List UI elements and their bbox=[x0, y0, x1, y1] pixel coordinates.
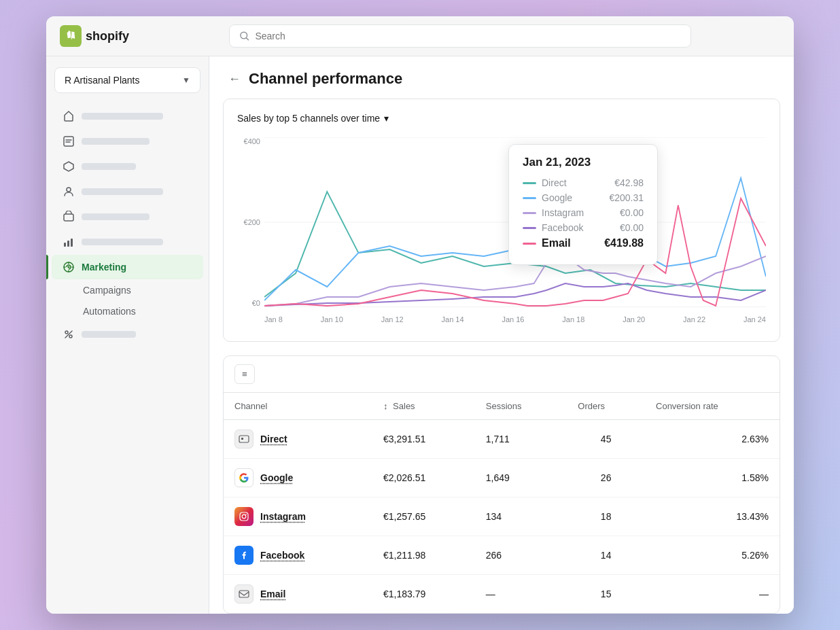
tooltip-line-direct bbox=[523, 182, 536, 184]
channel-cell-facebook: Facebook bbox=[224, 536, 372, 575]
nav-label-skeleton bbox=[82, 138, 150, 145]
tooltip-value-google: €200.31 bbox=[609, 192, 644, 203]
sub-nav: Campaigns Automations bbox=[76, 280, 203, 321]
svg-point-5 bbox=[67, 188, 71, 192]
conversion-facebook: 5.26% bbox=[645, 536, 780, 575]
tooltip-channel-google: Google bbox=[542, 192, 603, 203]
customers-icon bbox=[63, 186, 75, 198]
sessions-instagram: 134 bbox=[475, 497, 567, 536]
tooltip-channel-facebook: Facebook bbox=[542, 222, 614, 233]
svg-rect-6 bbox=[64, 214, 73, 221]
sessions-direct: 1,711 bbox=[475, 420, 567, 459]
svg-point-21 bbox=[246, 514, 247, 515]
sidebar-item-marketing-label: Marketing bbox=[82, 262, 126, 273]
svg-point-12 bbox=[65, 331, 68, 334]
channel-table: Channel ↕ Sales Sessions Orders Conversi… bbox=[224, 393, 780, 613]
sidebar-sub-automations[interactable]: Automations bbox=[76, 301, 203, 321]
tooltip-line-email bbox=[523, 243, 536, 245]
col-channel: Channel bbox=[224, 393, 372, 420]
svg-point-13 bbox=[69, 335, 72, 338]
filter-button[interactable]: ≡ bbox=[234, 364, 255, 384]
svg-rect-19 bbox=[240, 512, 248, 521]
y-label-0: €0 bbox=[252, 299, 260, 307]
table-section: ≡ Channel ↕ Sales Sessions bbox=[223, 355, 780, 614]
table-body: Direct €3,291.51 1,711 45 2.63% bbox=[224, 420, 780, 614]
table-header: Channel ↕ Sales Sessions Orders Conversi… bbox=[224, 393, 780, 420]
tooltip-value-direct: €42.98 bbox=[614, 177, 644, 188]
chart-tooltip: Jan 21, 2023 Direct €42.98 Google €200.3… bbox=[508, 144, 658, 265]
shopify-logo-text: shopify bbox=[86, 29, 129, 43]
instagram-icon bbox=[234, 507, 253, 526]
orders-email: 15 bbox=[567, 575, 645, 614]
shopify-logo: shopify bbox=[60, 25, 129, 47]
discounts-icon bbox=[63, 328, 75, 340]
back-button[interactable]: ← bbox=[228, 72, 241, 86]
x-label-jan10: Jan 10 bbox=[321, 315, 343, 323]
channel-name-instagram[interactable]: Instagram bbox=[260, 511, 306, 522]
content-area: ← Channel performance Sales by top 5 cha… bbox=[209, 56, 794, 614]
nav-label-skeleton bbox=[82, 331, 136, 338]
main-layout: R Artisanal Plants ▼ bbox=[46, 56, 794, 614]
svg-rect-17 bbox=[239, 436, 249, 442]
sidebar-item-orders[interactable] bbox=[52, 129, 203, 154]
x-label-jan16: Jan 16 bbox=[502, 315, 524, 323]
sidebar-item-home[interactable] bbox=[52, 104, 203, 128]
y-label-400: €400 bbox=[244, 137, 260, 145]
store-selector[interactable]: R Artisanal Plants ▼ bbox=[54, 67, 200, 93]
sidebar-item-products[interactable] bbox=[52, 154, 203, 179]
channel-cell-direct: Direct bbox=[224, 420, 372, 459]
sidebar-sub-campaigns[interactable]: Campaigns bbox=[76, 280, 203, 300]
sidebar-item-finances[interactable] bbox=[52, 205, 203, 229]
sidebar-item-discounts[interactable] bbox=[52, 322, 203, 347]
chart-dropdown-icon[interactable]: ▾ bbox=[384, 113, 389, 124]
channel-name-email[interactable]: Email bbox=[260, 589, 285, 599]
analytics-icon bbox=[63, 236, 75, 248]
col-orders: Orders bbox=[567, 393, 645, 420]
google-icon bbox=[234, 468, 253, 487]
tooltip-channel-email: Email bbox=[542, 237, 599, 249]
sidebar-item-marketing[interactable]: Marketing bbox=[52, 255, 203, 279]
sessions-google: 1,649 bbox=[475, 459, 567, 497]
table-row: Google €2,026.51 1,649 26 1.58% bbox=[224, 459, 780, 497]
tooltip-line-facebook bbox=[523, 227, 536, 229]
tooltip-value-facebook: €0.00 bbox=[620, 222, 644, 233]
browser-window: shopify R Artisanal Plants ▼ bbox=[46, 16, 794, 614]
email-icon bbox=[234, 584, 253, 603]
tooltip-row-facebook: Facebook €0.00 bbox=[523, 222, 644, 233]
chart-container: €400 €200 €0 bbox=[237, 137, 766, 328]
channel-name-google[interactable]: Google bbox=[260, 472, 293, 483]
sidebar: R Artisanal Plants ▼ bbox=[46, 56, 209, 614]
svg-rect-9 bbox=[71, 239, 73, 247]
col-sessions: Sessions bbox=[475, 393, 567, 420]
direct-icon bbox=[234, 430, 253, 449]
conversion-instagram: 13.43% bbox=[645, 497, 780, 536]
search-bar[interactable] bbox=[229, 24, 691, 48]
tooltip-value-instagram: €0.00 bbox=[620, 207, 644, 218]
marketing-icon bbox=[63, 261, 75, 273]
sidebar-item-customers[interactable] bbox=[52, 179, 203, 204]
svg-rect-7 bbox=[64, 243, 66, 247]
tooltip-row-google: Google €200.31 bbox=[523, 192, 644, 203]
tooltip-channel-instagram: Instagram bbox=[542, 207, 614, 218]
table-row: Facebook €1,211.98 266 14 5.26% bbox=[224, 536, 780, 575]
nav-label-skeleton bbox=[82, 188, 163, 195]
home-icon bbox=[63, 110, 75, 122]
finances-icon bbox=[63, 211, 75, 223]
col-sales[interactable]: ↕ Sales bbox=[372, 393, 475, 420]
x-label-jan14: Jan 14 bbox=[442, 315, 464, 323]
channel-name-direct[interactable]: Direct bbox=[260, 434, 287, 444]
sidebar-item-analytics[interactable] bbox=[52, 230, 203, 254]
tooltip-line-instagram bbox=[523, 212, 536, 214]
products-icon bbox=[63, 160, 75, 173]
sales-facebook: €1,211.98 bbox=[372, 536, 475, 575]
channel-name-facebook[interactable]: Facebook bbox=[260, 550, 304, 561]
tooltip-row-instagram: Instagram €0.00 bbox=[523, 207, 644, 218]
x-axis: Jan 8 Jan 10 Jan 12 Jan 14 Jan 16 Jan 18… bbox=[264, 311, 766, 328]
svg-rect-18 bbox=[241, 438, 243, 440]
page-header: ← Channel performance bbox=[209, 56, 794, 99]
search-input[interactable] bbox=[255, 31, 681, 41]
tooltip-channel-direct: Direct bbox=[542, 177, 609, 188]
x-label-jan18: Jan 18 bbox=[562, 315, 584, 323]
x-label-jan24: Jan 24 bbox=[743, 315, 766, 323]
x-label-jan22: Jan 22 bbox=[683, 315, 705, 323]
